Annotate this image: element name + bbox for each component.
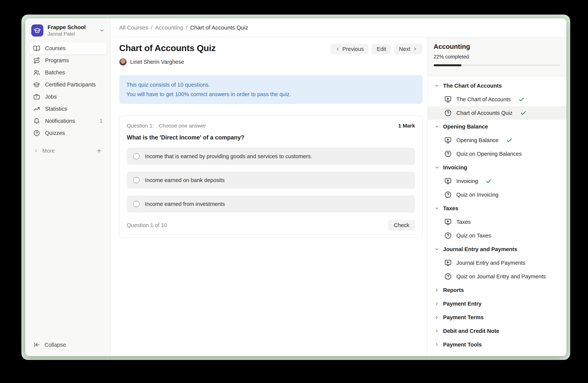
- main-area: All Courses / Accounting / Chart of Acco…: [111, 18, 567, 356]
- sidebar-item-quizzes[interactable]: Quizzes: [29, 127, 107, 139]
- sidebar-item-programs[interactable]: Programs: [29, 54, 107, 66]
- check-button[interactable]: Check: [388, 220, 415, 231]
- sidebar-item-notifications[interactable]: Notifications 1: [29, 115, 107, 127]
- chevron-down-icon: [99, 28, 105, 33]
- course-outline-panel: Accounting 22% completed The Chart of Ac…: [427, 37, 567, 356]
- app-window: Frappe School Jannat Patel Courses Progr…: [25, 18, 567, 356]
- radio-icon[interactable]: [133, 201, 140, 207]
- outline-section-invoicing[interactable]: Invoicing: [428, 161, 567, 174]
- outline-item-quiz[interactable]: Quiz on Taxes: [428, 229, 567, 242]
- outline-section-opening-balance[interactable]: Opening Balance: [428, 120, 567, 134]
- previous-button[interactable]: Previous: [330, 44, 369, 54]
- help-circle-icon: [33, 130, 40, 137]
- outline-item-label: Opening Balance: [456, 137, 499, 143]
- outline-item-label: Invoicing: [456, 178, 478, 184]
- outline-item-label: Quiz on Opening Balances: [456, 151, 522, 157]
- sidebar-item-label: Quizzes: [45, 130, 65, 136]
- quiz-icon: [444, 232, 452, 239]
- answer-option-1[interactable]: Income that is earned by providing goods…: [127, 148, 415, 165]
- outline-item-quiz-current[interactable]: Chart of Accounts Quiz: [428, 106, 567, 120]
- outline-section-chart-of-accounts[interactable]: The Chart of Accounts: [428, 79, 567, 93]
- check-icon: [520, 110, 527, 116]
- question-footer: Question 1 of 10 Check: [127, 220, 415, 231]
- workspace-switcher[interactable]: Frappe School Jannat Patel: [25, 18, 110, 41]
- check-icon: [518, 96, 525, 103]
- sidebar-item-certified-participants[interactable]: Certified Participants: [29, 78, 107, 91]
- outline-item-quiz[interactable]: Quiz on Opening Balances: [428, 147, 567, 161]
- radio-icon[interactable]: [133, 177, 140, 183]
- collapse-label: Collapse: [44, 342, 66, 348]
- chevron-right-icon: [434, 315, 439, 320]
- outline-item-quiz[interactable]: Quiz on Journal Entry and Payments: [428, 270, 567, 283]
- graduation-cap-icon: [33, 81, 40, 88]
- outline-item-lesson[interactable]: Invoicing: [428, 174, 567, 188]
- next-button[interactable]: Next: [394, 44, 422, 54]
- quiz-icon: [444, 150, 452, 158]
- outline-section-journal-entry[interactable]: Journal Entry and Payments: [428, 242, 567, 256]
- section-title: Opening Balance: [443, 124, 488, 130]
- question-text: What is the 'Direct Income' of a company…: [127, 134, 415, 141]
- page-title: Chart of Accounts Quiz: [119, 43, 216, 54]
- answer-option-3[interactable]: Income earned from investments: [127, 195, 415, 212]
- breadcrumb-current: Chart of Accounts Quiz: [190, 24, 248, 31]
- outline-item-label: Quiz on Journal Entry and Payments: [456, 273, 546, 280]
- book-open-icon: [33, 45, 40, 52]
- outline-item-lesson[interactable]: The Chart of Accounts: [428, 93, 567, 106]
- edit-button[interactable]: Edit: [372, 44, 391, 54]
- radio-icon[interactable]: [133, 153, 140, 159]
- collapse-sidebar-button[interactable]: Collapse: [29, 339, 107, 350]
- sidebar-item-statistics[interactable]: Statistics: [29, 103, 107, 115]
- sidebar-item-label: Certified Participants: [45, 81, 96, 88]
- sidebar-item-label: Programs: [45, 57, 69, 64]
- outline-item-quiz[interactable]: Quiz on Invoicing: [428, 188, 567, 202]
- outline-item-lesson[interactable]: Opening Balance: [428, 134, 567, 147]
- graduation-cap-icon: [34, 27, 41, 34]
- chevron-right-icon: [434, 342, 439, 347]
- section-title: Payment Tools: [443, 342, 482, 348]
- outline-section-reports[interactable]: Reports: [428, 283, 567, 297]
- outline-section-payment-entry[interactable]: Payment Entry: [428, 297, 567, 310]
- lesson-icon: [444, 177, 452, 185]
- progress-label: 22% completed: [434, 54, 560, 60]
- breadcrumb: All Courses / Accounting / Chart of Acco…: [119, 24, 248, 31]
- answer-option-2[interactable]: Income earned on bank deposits: [127, 172, 415, 189]
- check-icon: [485, 178, 492, 184]
- outline-header: Accounting 22% completed: [428, 37, 567, 76]
- chevron-down-icon: [434, 165, 439, 170]
- quiz-icon: [444, 109, 452, 117]
- outline-section-payment-terms[interactable]: Payment Terms: [428, 310, 567, 324]
- sidebar: Frappe School Jannat Patel Courses Progr…: [25, 18, 111, 356]
- sidebar-more[interactable]: More: [29, 145, 107, 157]
- body-row: Chart of Accounts Quiz Previous Edit Nex…: [111, 37, 567, 356]
- question-marks: 1 Mark: [398, 123, 415, 129]
- sidebar-item-courses[interactable]: Courses: [29, 42, 107, 54]
- chevron-down-icon: [434, 83, 439, 88]
- sidebar-item-label: Statistics: [45, 106, 67, 112]
- question-progress: Question 1 of 10: [127, 222, 167, 229]
- chevron-right-icon: [434, 301, 439, 306]
- outline-section-payment-tools[interactable]: Payment Tools: [428, 338, 567, 351]
- route-icon: [33, 57, 40, 64]
- outline-section-taxes[interactable]: Taxes: [428, 202, 567, 215]
- collapse-icon: [34, 342, 40, 348]
- outline-item-lesson[interactable]: Journal Entry and Payments: [428, 256, 567, 270]
- chevron-right-icon: [434, 288, 439, 292]
- breadcrumb-separator: /: [151, 24, 152, 31]
- question-card: Question 1: Choose one answer 1 Mark Wha…: [119, 116, 423, 238]
- sidebar-item-label: Courses: [45, 45, 65, 52]
- question-number-label: Question 1:: [127, 123, 154, 129]
- notification-count-badge: 1: [100, 118, 103, 124]
- section-title: Payment Terms: [443, 314, 484, 321]
- sidebar-item-jobs[interactable]: Jobs: [29, 91, 107, 103]
- breadcrumb-all-courses[interactable]: All Courses: [119, 24, 148, 31]
- briefcase-icon: [33, 93, 40, 100]
- breadcrumb-separator: /: [186, 24, 187, 31]
- plus-icon[interactable]: [96, 148, 102, 154]
- outline-section-debit-credit-note[interactable]: Debit and Credit Note: [428, 324, 567, 338]
- banner-line-1: This quiz consists of 10 questions.: [126, 80, 415, 90]
- sidebar-item-batches[interactable]: Batches: [29, 66, 107, 78]
- breadcrumb-accounting[interactable]: Accounting: [155, 24, 183, 31]
- chevron-down-icon: [434, 206, 439, 211]
- section-title: Taxes: [443, 205, 458, 211]
- outline-item-lesson[interactable]: Taxes: [428, 215, 567, 229]
